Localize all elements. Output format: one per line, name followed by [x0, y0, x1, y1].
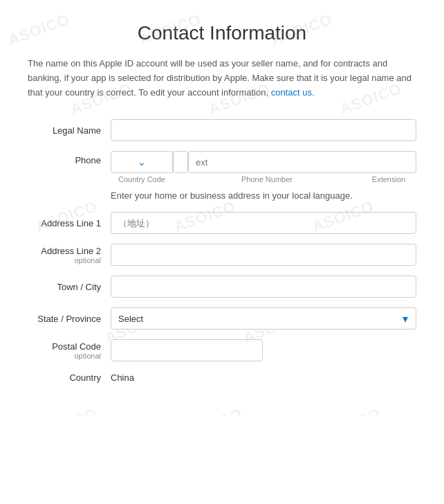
phone-number-input[interactable] [173, 151, 188, 173]
postal-code-label: Postal Code [28, 341, 101, 352]
town-city-field [111, 276, 416, 298]
address-line2-label: Address Line 2 [28, 246, 101, 256]
legal-name-field [111, 119, 416, 141]
phone-sublabels: Country Code Phone Number Extension [111, 175, 416, 183]
chevron-down-icon: ⌄ [138, 156, 146, 168]
address-line1-label: Address Line 1 [28, 218, 111, 228]
address-line1-input[interactable] [111, 212, 416, 234]
state-province-field: Select [111, 307, 416, 330]
legal-name-label: Legal Name [28, 125, 111, 136]
page-title: Contact Information [28, 22, 416, 44]
phone-row: Phone ⌄ [28, 151, 416, 173]
description-text-2: . [312, 87, 315, 98]
address-line1-field [111, 212, 416, 234]
country-label: Country [28, 372, 111, 383]
phone-ext-input[interactable] [188, 151, 416, 173]
phone-field: ⌄ [111, 151, 416, 173]
description-text-1: The name on this Apple ID account will b… [28, 58, 411, 98]
state-province-select-wrapper: Select [111, 307, 416, 330]
legal-name-row: Legal Name [28, 119, 416, 141]
contact-us-link[interactable]: contact us [271, 87, 312, 98]
address-line1-row: Address Line 1 [28, 212, 416, 234]
address-line2-optional-label: optional [28, 256, 101, 264]
phone-number-label: Phone Number [173, 175, 361, 183]
phone-label: Phone [28, 151, 111, 165]
address-note: Enter your home or business address in y… [111, 190, 416, 201]
country-code-selector[interactable]: ⌄ [111, 151, 173, 173]
country-value: China [111, 372, 134, 383]
page-description: The name on this Apple ID account will b… [28, 57, 416, 100]
country-row: Country China [28, 371, 416, 384]
state-province-row: State / Province Select [28, 307, 416, 330]
state-province-select[interactable]: Select [111, 307, 416, 330]
postal-code-input[interactable] [111, 339, 263, 361]
address-line2-field [111, 244, 416, 266]
country-value-field: China [111, 371, 416, 384]
town-city-label: Town / City [28, 282, 111, 292]
country-code-label: Country Code [111, 175, 173, 183]
postal-code-row: Postal Code optional [28, 339, 416, 361]
legal-name-input[interactable] [111, 119, 416, 141]
extension-label: Extension [361, 175, 416, 183]
address-line2-input[interactable] [111, 244, 416, 266]
town-city-input[interactable] [111, 276, 416, 298]
postal-code-field [111, 339, 416, 361]
state-province-label: State / Province [28, 314, 111, 324]
postal-code-optional-label: optional [28, 352, 101, 360]
postal-code-label-container: Postal Code optional [28, 341, 111, 360]
town-city-row: Town / City [28, 276, 416, 298]
address-line2-row: Address Line 2 optional [28, 244, 416, 266]
address-line2-label-container: Address Line 2 optional [28, 246, 111, 264]
